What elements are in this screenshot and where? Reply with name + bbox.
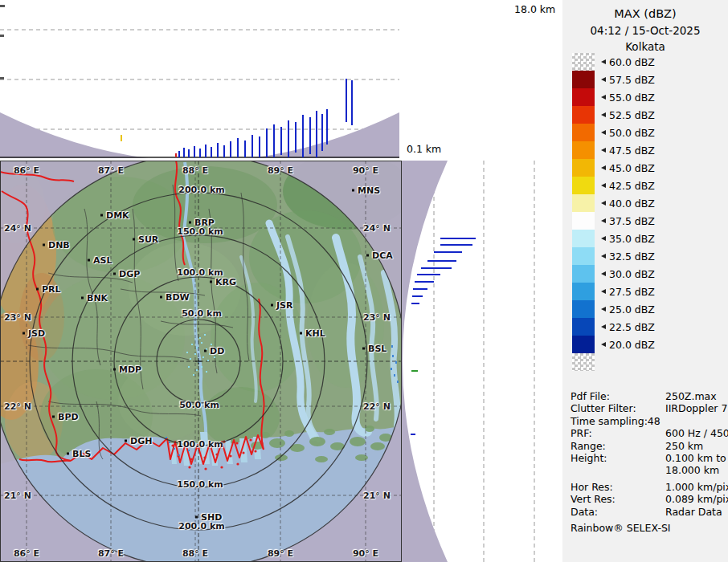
scale-tick-icon: [599, 130, 606, 135]
legend-scale-row: 40.0 dBZ: [572, 194, 655, 212]
product-title: MAX (dBZ): [562, 6, 728, 22]
legend-scale-label: 60.0 dBZ: [599, 56, 655, 68]
info-value: 1.000 km/pixel: [665, 481, 728, 493]
info-row: Pdf File:250Z.max: [571, 390, 725, 402]
axis-ticks: [0, 5, 5, 79]
info-row: Data:Radar Data: [571, 506, 725, 518]
legend-color-swatch: [572, 194, 595, 212]
legend-color-swatch: [572, 159, 595, 177]
info-label: Pdf File:: [571, 390, 665, 402]
scale-tick-icon: [599, 236, 606, 241]
vertical-profile-side-panel: [402, 161, 562, 562]
scale-tick-icon: [599, 165, 606, 170]
scale-tick-icon: [599, 307, 606, 312]
scale-tick-icon: [599, 271, 606, 276]
scan-timestamp: 04:12 / 15-Oct-2025: [562, 23, 728, 39]
info-label: Hor Res:: [571, 481, 665, 493]
legend-scale-row: 20.0 dBZ: [572, 336, 655, 353]
radar-map: MNSDMKBRPSURDNBASLDGPKRGDCAPRLBNKBDWJSRJ…: [0, 161, 402, 562]
info-value: 600 Hz / 450 Hz: [665, 427, 728, 439]
legend-color-swatch: [572, 106, 595, 124]
info-row: PRF:600 Hz / 450 Hz: [571, 427, 725, 439]
info-row: Clutter Filter:IIRDoppler 7: [571, 402, 725, 414]
legend-color-swatch: [572, 283, 595, 300]
info-value: IIRDoppler 7: [665, 402, 727, 414]
top-profile-graphic: [0, 0, 562, 158]
info-value: 18.000 km: [665, 464, 725, 476]
legend-color-swatch: [572, 141, 595, 159]
info-value: Radar Data: [665, 506, 725, 518]
legend-scale-row: 55.0 dBZ: [572, 88, 655, 106]
legend-color-swatch: [572, 212, 595, 230]
legend-scale-label: 30.0 dBZ: [599, 268, 655, 280]
legend-scale-row: 50.0 dBZ: [572, 124, 655, 141]
info-value: 250Z.max: [665, 390, 725, 402]
legend-scale-label: 40.0 dBZ: [599, 198, 655, 210]
info-label: Data:: [571, 506, 665, 518]
legend-scale-row: 52.5 dBZ: [572, 106, 655, 124]
scale-tick-icon: [599, 218, 606, 223]
dbz-color-scale: 60.0 dBZ57.5 dBZ55.0 dBZ52.5 dBZ50.0 dBZ…: [572, 53, 655, 371]
legend-scale-row: 45.0 dBZ: [572, 159, 655, 177]
legend-scale-row: 30.0 dBZ: [572, 265, 655, 283]
info-label: Clutter Filter:: [571, 402, 665, 414]
info-row: Vert Res:0.089 km/pixel: [571, 493, 725, 505]
height-gridlines: [434, 161, 534, 562]
scale-tick-icon: [599, 324, 606, 329]
legend-color-swatch: [572, 336, 595, 353]
legend-scale-label: 55.0 dBZ: [599, 92, 655, 104]
legend-scale-row: 22.5 dBZ: [572, 318, 655, 336]
legend-color-swatch: [572, 265, 595, 283]
info-row: 18.000 km: [571, 464, 725, 476]
legend-color-swatch: [572, 53, 595, 71]
product-info-list: Pdf File:250Z.maxClutter Filter:IIRDoppl…: [571, 390, 725, 518]
legend-scale-row: 37.5 dBZ: [572, 212, 655, 230]
info-label: Range:: [571, 440, 665, 452]
beam-blind-zone: [402, 161, 448, 562]
radar-display-window: 18.0 km 0.1 km: [0, 0, 728, 562]
scale-tick-icon: [599, 77, 606, 82]
legend-scale-row: 60.0 dBZ: [572, 53, 655, 71]
legend-scale-label: 47.5 dBZ: [599, 145, 655, 157]
legend-color-swatch: [572, 230, 595, 247]
info-label: PRF:: [571, 427, 665, 439]
legend-scale-label: 35.0 dBZ: [599, 233, 655, 245]
scale-tick-icon: [599, 95, 606, 100]
info-value: [665, 415, 725, 427]
vertical-profile-top-panel: [0, 0, 562, 158]
min-height-label: 0.1 km: [407, 143, 441, 155]
legend-scale-label: 22.5 dBZ: [599, 321, 655, 333]
brand-text: Rainbow® SELEX-SI: [571, 522, 671, 534]
info-value: 250 km: [665, 440, 725, 452]
legend-scale-label: 52.5 dBZ: [599, 109, 655, 121]
legend-color-swatch: [572, 353, 595, 371]
legend-color-swatch: [572, 177, 595, 194]
scale-tick-icon: [599, 289, 606, 294]
legend-scale-label: 27.5 dBZ: [599, 286, 655, 298]
beam-blind-zone: [0, 112, 399, 158]
legend-scale-row: 32.5 dBZ: [572, 247, 655, 265]
legend-header: MAX (dBZ) 04:12 / 15-Oct-2025 Kolkata: [562, 0, 728, 55]
legend-scale-label: 45.0 dBZ: [599, 162, 655, 174]
legend-scale-label: 42.5 dBZ: [599, 180, 655, 192]
legend-color-swatch: [572, 247, 595, 265]
info-value: 0.100 km to: [665, 452, 726, 464]
legend-scale-label: 32.5 dBZ: [599, 250, 655, 263]
legend-scale-label: 37.5 dBZ: [599, 215, 655, 227]
info-row: Time sampling:48: [571, 415, 725, 427]
legend-scale-row: 27.5 dBZ: [572, 283, 655, 300]
scale-tick-icon: [599, 342, 606, 347]
legend-scale-row: [572, 353, 655, 371]
info-label: [571, 464, 665, 476]
info-label: Time sampling:48: [571, 415, 665, 427]
legend-scale-row: 57.5 dBZ: [572, 71, 655, 88]
scale-tick-icon: [599, 148, 606, 153]
scale-tick-icon: [599, 254, 606, 259]
legend-scale-label: 50.0 dBZ: [599, 127, 655, 139]
legend-color-swatch: [572, 300, 595, 318]
legend-scale-row: 25.0 dBZ: [572, 300, 655, 318]
legend-color-swatch: [572, 318, 595, 336]
info-row: Height:0.100 km to: [571, 452, 725, 464]
legend-scale-row: 35.0 dBZ: [572, 230, 655, 247]
info-value: 0.089 km/pixel: [665, 493, 728, 505]
